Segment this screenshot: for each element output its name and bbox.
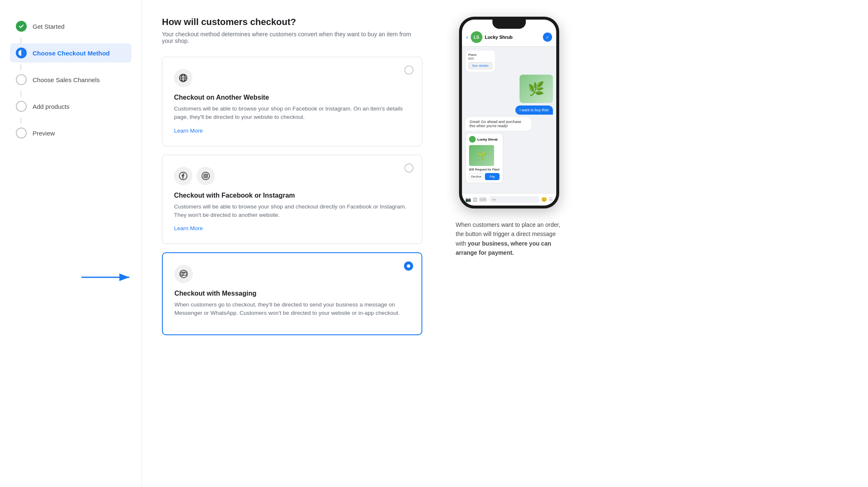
gif-icon: GIF	[479, 197, 487, 202]
main-content: How will customers checkout? Your checko…	[142, 0, 442, 487]
card-title-website: Checkout on Another Website	[174, 94, 410, 101]
card-icons-website	[174, 69, 410, 87]
radio-social[interactable]	[404, 163, 414, 173]
phone-notch	[492, 20, 526, 29]
step-icon-active	[16, 48, 27, 58]
sidebar-item-add-products[interactable]: Add products	[10, 97, 131, 116]
messaging-icon	[174, 265, 193, 283]
sidebar: Get Started Choose Checkout Method Choos…	[0, 0, 142, 487]
menu-icon: ☰	[549, 197, 553, 202]
learn-more-social[interactable]: Learn More	[174, 225, 203, 231]
image-icon: 🖼	[473, 197, 477, 202]
emoji-icon: 😊	[541, 197, 547, 202]
sidebar-item-choose-sales[interactable]: Choose Sales Channels	[10, 70, 131, 89]
decline-button[interactable]: Decline	[469, 173, 483, 180]
sidebar-label-choose-checkout: Choose Checkout Method	[33, 50, 110, 57]
phone-back-icon: ‹	[466, 34, 468, 40]
phone-check-icon: ✓	[543, 33, 552, 42]
phone-input-bar: 📷 🖼 GIF Aa 😊 ☰	[462, 193, 556, 206]
pay-button[interactable]: Pay	[485, 173, 499, 180]
payment-buttons: Decline Pay	[469, 173, 500, 180]
card-desc-social: Customers will be able to browse your sh…	[174, 203, 410, 220]
radio-website[interactable]	[404, 65, 414, 75]
svg-point-9	[202, 172, 209, 179]
svg-point-12	[207, 174, 207, 175]
radio-messaging[interactable]	[404, 261, 413, 271]
message-input[interactable]: Aa	[489, 196, 540, 203]
phone-contact-name: Lucky Shrub	[485, 35, 540, 40]
chat-received-bubble: Great! Go ahead and purchase this when y…	[465, 117, 531, 131]
camera-icon: 📷	[465, 197, 471, 202]
right-panel: ‹ LS Lucky Shrub ✓ Plant $35 See details…	[442, 0, 576, 487]
option-card-social[interactable]: Checkout with Facebook or Instagram Cust…	[162, 155, 422, 244]
card-title-social: Checkout with Facebook or Instagram	[174, 192, 410, 199]
card-desc-website: Customers will be able to browse your sh…	[174, 105, 410, 122]
sidebar-label-choose-sales: Choose Sales Channels	[33, 76, 100, 83]
card-icons-messaging	[174, 265, 410, 283]
phone-chat: Plant $35 See details 🌿 I want to buy th…	[462, 47, 556, 193]
sidebar-label-add-products: Add products	[33, 103, 69, 110]
payment-avatar	[469, 136, 476, 143]
phone-mockup: ‹ LS Lucky Shrub ✓ Plant $35 See details…	[459, 17, 559, 208]
card-icons-social	[174, 167, 410, 185]
right-panel-description: When customers want to place an order, t…	[456, 220, 563, 258]
instagram-icon	[197, 167, 215, 185]
option-card-website[interactable]: Checkout on Another Website Customers wi…	[162, 57, 422, 146]
payment-plant-img: 🌱	[469, 145, 494, 166]
learn-more-website[interactable]: Learn More	[174, 128, 203, 134]
sidebar-item-preview[interactable]: Preview	[10, 123, 131, 143]
svg-point-11	[205, 175, 207, 177]
chat-plant-image: 🌿	[520, 75, 553, 103]
sidebar-label-preview: Preview	[33, 130, 55, 137]
option-card-messaging[interactable]: Checkout with Messaging When customers g…	[162, 252, 422, 335]
sidebar-item-get-started[interactable]: Get Started	[10, 17, 131, 36]
payment-label: $35 Request for Plant	[469, 168, 500, 171]
card-desc-messaging: When customers go to checkout, they'll b…	[174, 301, 410, 318]
page-subtitle: Your checkout method determines where cu…	[162, 31, 422, 44]
page-title: How will customers checkout?	[162, 17, 422, 28]
chat-payment-card: Lucky Shrub 🌱 $35 Request for Plant Decl…	[465, 133, 503, 183]
step-icon-completed	[16, 21, 27, 32]
phone-avatar: LS	[471, 31, 482, 43]
chat-sent-bubble: I want to buy this!	[515, 105, 553, 115]
step-icon-inactive-products	[16, 101, 27, 112]
sidebar-item-choose-checkout[interactable]: Choose Checkout Method	[10, 43, 131, 63]
card-title-messaging: Checkout with Messaging	[174, 290, 410, 297]
step-icon-inactive-preview	[16, 128, 27, 138]
step-icon-inactive-sales	[16, 74, 27, 85]
payment-title: Lucky Shrub	[477, 138, 497, 141]
payment-header: Lucky Shrub	[469, 136, 500, 143]
globe-icon	[174, 69, 192, 87]
chat-product-bubble: Plant $35 See details	[465, 50, 495, 72]
facebook-icon	[174, 167, 192, 185]
phone-screen: ‹ LS Lucky Shrub ✓ Plant $35 See details…	[462, 20, 556, 206]
sidebar-label-get-started: Get Started	[33, 23, 65, 30]
